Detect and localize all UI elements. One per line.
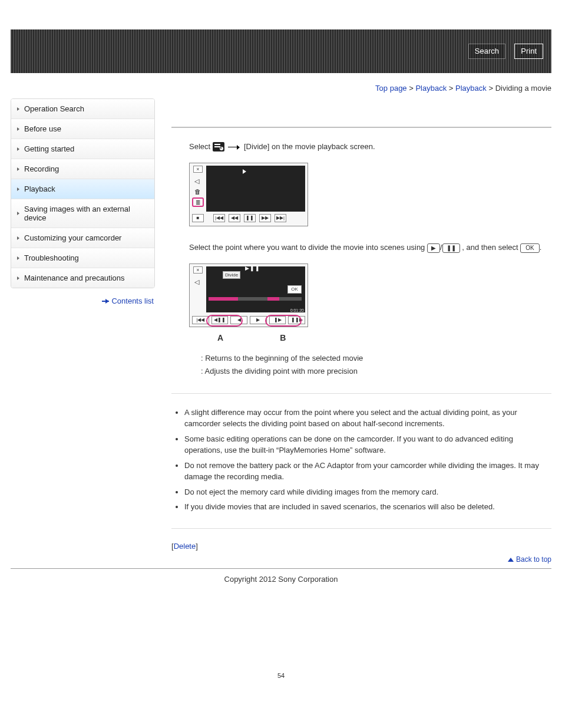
note-item: If you divide movies that are included i… [184, 501, 551, 513]
step2-end: . [540, 243, 542, 252]
nav-operation-search[interactable]: Operation Search [11, 99, 154, 118]
breadcrumb-playback2[interactable]: Playback [455, 84, 487, 93]
legend-A: : Returns to the beginning of the select… [201, 352, 551, 365]
close-icon: × [193, 166, 203, 173]
transport-controls: ■ |◀◀ ◀◀ ❚❚ ▶▶ ▶▶| [192, 214, 305, 223]
breadcrumb-sep: > [409, 84, 414, 93]
trash-icon: 🗑 [194, 188, 201, 195]
sidebar: Operation Search Before use Getting star… [11, 98, 155, 305]
screen-area: Divide ▶❚❚ OK 0:01:20 [206, 266, 305, 312]
contents-list-link[interactable]: Contents list [111, 297, 154, 305]
nav-playback[interactable]: Playback [11, 179, 154, 199]
nav-maintenance[interactable]: Maintenance and precautions [11, 268, 154, 288]
note-item: Some basic editing operations can be don… [184, 433, 551, 456]
play-icon [243, 169, 246, 174]
divider [171, 127, 551, 128]
pause-button-icon: ❚❚ [442, 243, 460, 253]
label-A: A [217, 333, 223, 342]
stop-icon: ■ [192, 214, 204, 222]
breadcrumb-sep: > [449, 84, 454, 93]
breadcrumb-current: Dividing a movie [495, 84, 551, 93]
play-icon: ▶ [250, 316, 267, 324]
nav-before-use[interactable]: Before use [11, 118, 154, 139]
notes-list: A slight difference may occur from the p… [171, 407, 551, 513]
play-pause-icon: ▶❚❚ [245, 265, 260, 271]
volume-icon: ◁ [194, 177, 199, 185]
highlight-A [206, 315, 243, 327]
ok-screen-button: OK [287, 285, 302, 294]
related-topic: [Delete] [171, 542, 551, 551]
nav-saving-images[interactable]: Saving images with an external device [11, 199, 154, 228]
time-readout: 0:01:20 [290, 308, 304, 312]
note-item: Do not eject the memory card while divid… [184, 486, 551, 498]
legend: : Returns to the beginning of the select… [201, 352, 551, 378]
step1-text-post: [Divide] on the movie playback screen. [244, 142, 375, 151]
header-bar: Search Print [11, 29, 551, 73]
edit-menu-icon [213, 141, 224, 153]
play-button-icon: ▶ [427, 243, 440, 253]
ok-button-icon: OK [520, 243, 539, 253]
copyright: Copyright 2012 Sony Corporation [11, 575, 551, 584]
svg-rect-4 [220, 147, 222, 149]
volume-icon: ◁ [194, 278, 199, 286]
close-icon: × [193, 266, 203, 274]
back-to-top: Back to top [171, 553, 551, 567]
diagram-labels: A B [189, 333, 308, 342]
main-content: Select [Divide] on the movie playback sc… [155, 98, 551, 567]
nav-getting-started[interactable]: Getting started [11, 139, 154, 159]
next-icon: ▶▶| [275, 214, 286, 222]
print-button[interactable]: Print [514, 44, 543, 59]
diagram-playback-screen: × ◁ 🗑 ≣ ■ |◀◀ ◀◀ ❚❚ ▶▶ ▶▶| [189, 163, 308, 226]
nav: Operation Search Before use Getting star… [11, 98, 155, 288]
breadcrumb-top[interactable]: Top page [375, 84, 407, 93]
diagram-divide-screen: × ◁ Divide ▶❚❚ OK 0:01:20 [189, 263, 316, 342]
note-item: Do not remove the battery pack or the AC… [184, 460, 551, 483]
back-to-top-link[interactable]: Back to top [516, 555, 551, 564]
breadcrumb: Top page > Playback > Playback > Dividin… [11, 73, 551, 98]
ff-icon: ▶▶ [259, 214, 271, 222]
nav-customizing[interactable]: Customizing your camcorder [11, 228, 154, 248]
related-delete-link[interactable]: Delete [174, 542, 196, 551]
arrow-right-icon [100, 299, 109, 304]
search-button[interactable]: Search [468, 44, 505, 59]
step2-text-pre: Select the point where you want to divid… [189, 243, 427, 252]
divide-label: Divide [223, 271, 240, 279]
nav-troubleshooting[interactable]: Troubleshooting [11, 248, 154, 268]
footer-divider [11, 568, 551, 569]
breadcrumb-sep: > [488, 84, 493, 93]
breadcrumb-playback1[interactable]: Playback [415, 84, 447, 93]
arrow-right-icon [228, 144, 240, 150]
prev-icon: |◀◀ [213, 214, 225, 222]
svg-rect-1 [214, 144, 220, 145]
screen-area [206, 166, 305, 212]
svg-rect-2 [214, 146, 220, 147]
step2-text-post: , and then select [462, 243, 520, 252]
triangle-up-icon [508, 558, 514, 562]
legend-B: : Adjusts the dividing point with more p… [201, 365, 551, 378]
step-2: Select the point where you want to divid… [171, 242, 551, 254]
divider [171, 528, 551, 529]
label-B: B [280, 333, 286, 342]
divider [171, 393, 551, 394]
rew-icon: ◀◀ [229, 214, 240, 222]
timeline [209, 297, 302, 301]
nav-recording[interactable]: Recording [11, 159, 154, 179]
pause-icon: ❚❚ [244, 214, 256, 222]
step-1: Select [Divide] on the movie playback sc… [171, 141, 551, 153]
step1-text-pre: Select [189, 142, 213, 151]
highlight-B [265, 315, 302, 327]
edit-menu-highlight-icon: ≣ [192, 197, 204, 207]
note-item: A slight difference may occur from the p… [184, 407, 551, 430]
page-number: 54 [11, 672, 551, 679]
